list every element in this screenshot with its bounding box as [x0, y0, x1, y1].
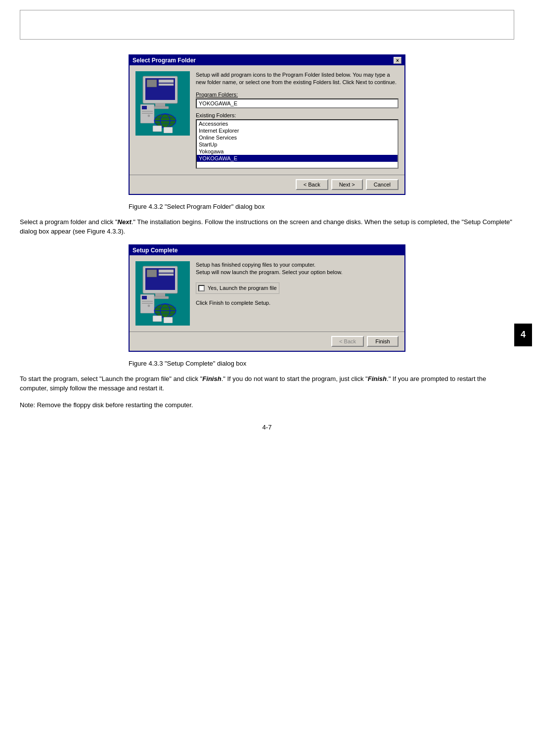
dialog1-title-text: Select Program Folder: [133, 57, 196, 64]
program-folder-input[interactable]: [196, 98, 399, 108]
existing-folders-label: Existing Folders:: [196, 112, 399, 118]
svg-rect-29: [142, 301, 153, 302]
dialog1-icon: [135, 71, 190, 136]
dialog1-close-button[interactable]: ×: [394, 57, 401, 64]
chapter-tab: 4: [514, 324, 532, 346]
dialog1-body: Setup will add program icons to the Prog…: [130, 65, 404, 175]
svg-rect-28: [142, 296, 147, 299]
dialog2-footer: < Back Finish: [130, 331, 404, 351]
svg-rect-39: [164, 317, 173, 323]
figure2-caption: Figure 4.3.3 "Setup Complete" dialog box: [129, 360, 405, 367]
svg-rect-10: [142, 113, 153, 114]
finish-button[interactable]: Finish: [367, 336, 399, 347]
svg-point-31: [148, 305, 150, 307]
list-item[interactable]: StartUp: [197, 141, 398, 148]
bold-finish-1: Finish: [202, 375, 221, 382]
body-text-1: Select a program folder and click "Next.…: [20, 217, 514, 236]
svg-rect-38: [153, 316, 162, 322]
page-number: 4-7: [20, 424, 514, 431]
bold-next: Next: [118, 218, 132, 226]
svg-rect-9: [142, 111, 153, 112]
select-program-folder-dialog: Select Program Folder ×: [129, 54, 405, 195]
back-button[interactable]: < Back: [296, 179, 328, 190]
svg-rect-5: [155, 103, 165, 106]
dialog2-title-text: Setup Complete: [133, 247, 178, 254]
existing-folders-list[interactable]: Accessories Internet Explorer Online Ser…: [196, 119, 399, 169]
svg-rect-19: [164, 127, 173, 133]
program-folders-label: Program Folders:: [196, 92, 399, 97]
svg-rect-2: [147, 80, 157, 87]
list-item[interactable]: Yokogawa: [197, 148, 398, 155]
svg-rect-30: [142, 303, 153, 304]
next-button[interactable]: Next >: [331, 179, 363, 190]
dialog1-description: Setup will add program icons to the Prog…: [196, 71, 399, 87]
list-item-selected[interactable]: YOKOGAWA_E: [197, 155, 398, 162]
svg-rect-24: [159, 274, 174, 276]
dialog1-footer: < Back Next > Cancel: [130, 175, 404, 194]
dialog2-content: Setup has finished copying files to your…: [196, 261, 399, 326]
svg-rect-18: [153, 126, 162, 132]
dialog1-title-bar: Select Program Folder ×: [130, 55, 404, 65]
svg-rect-22: [147, 270, 157, 277]
launch-checkbox-row[interactable]: Yes, Launch the program file: [196, 283, 279, 294]
svg-rect-8: [142, 106, 147, 109]
figure1-caption-text: "Select Program Folder" dialog box: [165, 203, 265, 210]
note-text: Note: Remove the floppy disk before rest…: [20, 401, 514, 409]
list-item[interactable]: Online Services: [197, 134, 398, 141]
svg-rect-25: [155, 293, 165, 296]
cancel-button[interactable]: Cancel: [366, 179, 399, 190]
svg-point-11: [148, 115, 150, 117]
dialog2-description1: Setup has finished copying files to your…: [196, 261, 399, 277]
bold-finish-2: Finish: [368, 375, 387, 382]
list-item[interactable]: Internet Explorer: [197, 127, 398, 134]
svg-rect-3: [159, 80, 174, 83]
dialog1-content: Setup will add program icons to the Prog…: [196, 71, 399, 169]
figure1-number: Figure 4.3.2: [129, 203, 163, 210]
svg-rect-4: [159, 84, 174, 86]
figure1-caption: Figure 4.3.2 "Select Program Folder" dia…: [129, 203, 405, 210]
list-item[interactable]: Accessories: [197, 120, 398, 127]
launch-checkbox-label: Yes, Launch the program file: [208, 285, 277, 291]
top-box: [20, 10, 514, 40]
setup-complete-dialog: Setup Complete: [129, 244, 405, 352]
dialog2-back-button[interactable]: < Back: [331, 336, 364, 347]
figure2-number: Figure 4.3.3: [129, 360, 163, 367]
dialog2-title-bar: Setup Complete: [130, 245, 404, 255]
body-text-2: To start the program, select "Launch the…: [20, 374, 514, 393]
dialog2-body: Setup has finished copying files to your…: [130, 255, 404, 331]
figure2-caption-text: "Setup Complete" dialog box: [165, 360, 246, 367]
dialog2-icon: [135, 261, 190, 326]
finish-description: Click Finish to complete Setup.: [196, 300, 399, 306]
launch-checkbox[interactable]: [198, 285, 205, 291]
svg-rect-23: [159, 270, 174, 273]
